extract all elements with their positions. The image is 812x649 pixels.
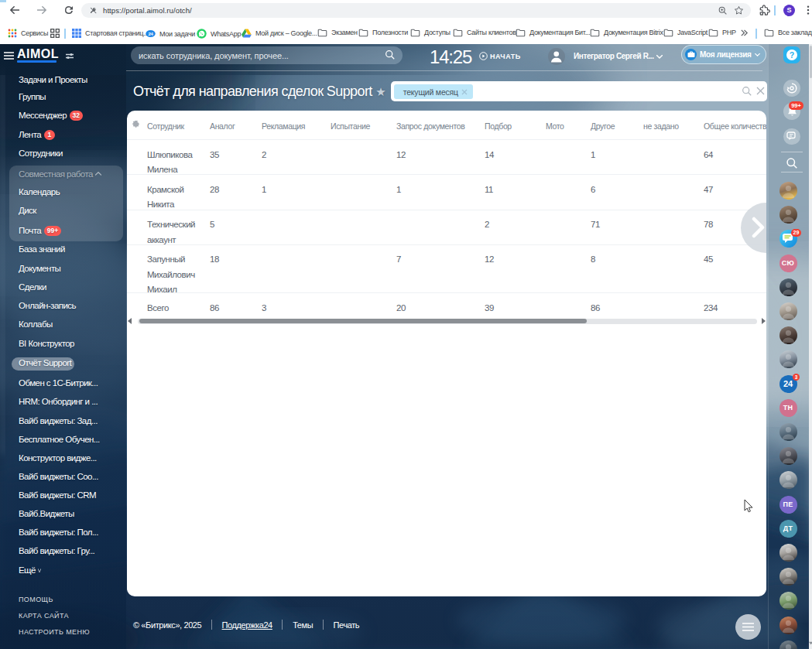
- svg-text:24: 24: [148, 32, 153, 36]
